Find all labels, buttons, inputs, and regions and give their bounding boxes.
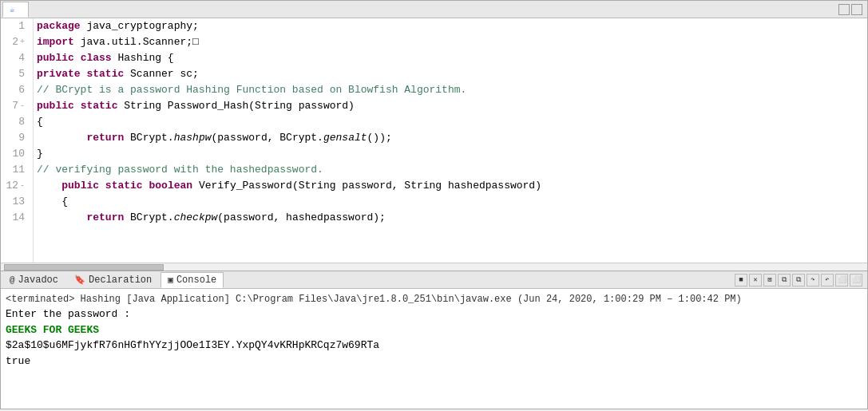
keyword: static xyxy=(81,100,118,112)
code-text xyxy=(37,132,86,144)
hscroll-thumb[interactable] xyxy=(4,264,164,271)
keyword: package xyxy=(37,20,81,32)
java-file-icon: ☕ xyxy=(10,4,15,14)
line-number: 11 xyxy=(6,162,28,178)
redo-icon[interactable]: ↷ xyxy=(807,274,819,287)
code-line: return BCrypt.checkpw(password, hashedpa… xyxy=(37,210,864,226)
keyword: public xyxy=(61,180,99,192)
italic-method: checkpw xyxy=(174,211,218,223)
line-number: 1 xyxy=(6,18,28,34)
code-text: Verify_Password(String password, String … xyxy=(192,180,541,192)
editor-tab-bar: ☕ xyxy=(1,1,867,18)
code-line: // verifying password with the hashedpas… xyxy=(37,162,864,178)
code-text: Scanner sc; xyxy=(124,68,199,80)
keyword: class xyxy=(81,52,112,64)
code-text: java.util.Scanner;□ xyxy=(74,36,199,48)
editor-tab-hashing[interactable]: ☕ xyxy=(2,2,29,18)
line-number: 7- xyxy=(6,98,28,114)
code-line: public static String Password_Hash(Strin… xyxy=(37,98,864,114)
keyword: return xyxy=(86,211,124,223)
line-number: 2+ xyxy=(6,34,28,50)
code-text xyxy=(99,180,105,192)
keyword: return xyxy=(86,132,124,144)
code-line: private static Scanner sc; xyxy=(37,66,864,82)
copy1-icon[interactable]: ⧉ xyxy=(778,274,791,287)
bottom-tab-console[interactable]: ▣Console xyxy=(161,272,224,288)
editor-window: ☕ 12+4567-89101112-1314 package java_cry… xyxy=(0,0,868,271)
code-line: public class Hashing { xyxy=(37,50,864,66)
italic-method: hashpw xyxy=(174,132,212,144)
bottom-tab-label: Javadoc xyxy=(18,275,58,286)
minimize-button[interactable] xyxy=(838,4,850,15)
comment: // BCrypt is a password Hashing Function… xyxy=(37,84,466,96)
bottom-tab-label: Console xyxy=(176,275,216,286)
code-text xyxy=(74,52,81,64)
code-line: import java.util.Scanner;□ xyxy=(37,34,864,50)
maximize-button[interactable] xyxy=(851,4,862,15)
editor-horizontal-scrollbar[interactable] xyxy=(1,263,867,271)
close-icon[interactable]: ✕ xyxy=(749,274,762,287)
code-line: { xyxy=(37,114,864,130)
copy2-icon[interactable]: ⧉ xyxy=(792,274,805,287)
code-line: public static boolean Verify_Password(St… xyxy=(37,178,864,194)
code-text xyxy=(74,100,81,112)
code-line: return BCrypt.hashpw(password, BCrypt.ge… xyxy=(37,130,864,146)
keyword: public xyxy=(37,52,74,64)
declaration-icon: 🔖 xyxy=(74,275,85,285)
expand1-icon[interactable]: ⬜ xyxy=(835,274,848,287)
bottom-tab-declaration[interactable]: 🔖Declaration xyxy=(67,272,159,288)
code-text: (password, BCrypt. xyxy=(211,132,323,144)
keyword: boolean xyxy=(149,180,192,192)
fold-indicator[interactable]: + xyxy=(20,34,25,50)
keyword: private xyxy=(37,68,81,80)
code-text: java_cryptography; xyxy=(81,20,199,32)
line-number: 6 xyxy=(6,82,28,98)
code-text: ()); xyxy=(367,132,392,144)
line-number: 9 xyxy=(6,130,28,146)
line-number: 13 xyxy=(6,194,28,210)
console-line: $2a$10$u6MFjykfR76nHGfhYYzjjOOe1I3EY.Yxp… xyxy=(6,338,862,354)
code-text: { xyxy=(37,116,43,128)
line-numbers: 12+4567-89101112-1314 xyxy=(1,18,34,263)
console-output-area: <terminated> Hashing [Java Application] … xyxy=(1,289,867,409)
keyword: public xyxy=(37,100,74,112)
italic-method: gensalt xyxy=(323,132,367,144)
bottom-tab-label: Declaration xyxy=(89,275,152,286)
bottom-tab-javadoc[interactable]: @Javadoc xyxy=(2,272,65,288)
code-line: { xyxy=(37,194,864,210)
keyword: import xyxy=(37,36,74,48)
console-icon: ▣ xyxy=(168,275,173,285)
line-number: 5 xyxy=(6,66,28,82)
code-text: { xyxy=(37,196,68,207)
code-text xyxy=(37,211,86,223)
pin-icon[interactable]: ⊠ xyxy=(763,274,776,287)
console-line: Enter the password : xyxy=(6,306,862,322)
console-line: GEEKS FOR GEEKS xyxy=(6,322,862,338)
code-text: (password, hashedpassword); xyxy=(217,211,386,223)
comment: // verifying password with the hashedpas… xyxy=(37,164,323,176)
keyword: static xyxy=(86,68,124,80)
bottom-tab-list: @Javadoc🔖Declaration▣Console xyxy=(2,272,224,288)
expand2-icon[interactable]: ⬜ xyxy=(850,274,862,287)
stop-icon[interactable]: ■ xyxy=(735,274,747,287)
window-controls xyxy=(838,4,866,15)
line-number: 10 xyxy=(6,146,28,162)
line-number: 8 xyxy=(6,114,28,130)
tab-list: ☕ xyxy=(2,2,29,18)
code-editor-area: 12+4567-89101112-1314 package java_crypt… xyxy=(1,18,867,263)
code-text: BCrypt. xyxy=(124,132,173,144)
code-text xyxy=(37,180,61,192)
terminated-line: <terminated> Hashing [Java Application] … xyxy=(6,292,862,306)
console-line: true xyxy=(6,354,862,370)
undo-icon[interactable]: ↶ xyxy=(821,274,834,287)
fold-indicator[interactable]: - xyxy=(20,178,25,194)
code-text: } xyxy=(37,148,43,160)
fold-indicator[interactable]: - xyxy=(20,98,25,114)
line-number: 14 xyxy=(6,210,28,226)
code-text: Hashing { xyxy=(112,52,174,64)
bottom-panel: @Javadoc🔖Declaration▣Console ■✕⊠⧉⧉↷↶⬜⬜ <… xyxy=(0,271,868,409)
line-number: 12- xyxy=(6,178,28,194)
line-number: 4 xyxy=(6,50,28,66)
keyword: static xyxy=(105,180,143,192)
code-content[interactable]: package java_cryptography;import java.ut… xyxy=(34,18,867,263)
